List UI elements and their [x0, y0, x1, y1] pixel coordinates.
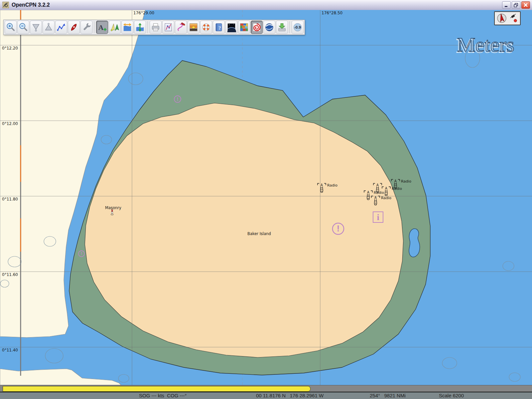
svg-text:?: ?: [218, 25, 221, 31]
user-guide-icon: ?: [214, 22, 224, 32]
lat-grid-label: 0°11.60: [2, 272, 18, 277]
auto-follow-icon: [69, 22, 79, 32]
currents-button[interactable]: [121, 21, 133, 34]
label-baker-island: Baker Island: [247, 231, 271, 236]
depth-contour: [101, 135, 112, 144]
svg-text:Meters: Meters: [457, 33, 514, 56]
window-title: OpenCPN 3.2.2: [12, 2, 50, 8]
night-sky-plugin-button[interactable]: [225, 21, 237, 34]
create-route-button[interactable]: [55, 21, 67, 34]
minimize-icon: [504, 3, 509, 7]
svg-text:!: !: [177, 96, 179, 102]
titlebar[interactable]: OpenCPN 3.2.2: [0, 0, 532, 10]
radio-tower-icon: A: [390, 179, 401, 189]
svg-text:A: A: [385, 187, 387, 190]
google-earth-button[interactable]: [263, 21, 275, 34]
svg-text:!: !: [81, 251, 82, 256]
depth-contour: [118, 374, 129, 382]
options-icon: [81, 22, 91, 32]
svg-text:A: A: [321, 183, 323, 187]
radio-station-label: Radio: [401, 179, 411, 184]
color-scheme-icon: [189, 22, 199, 32]
svg-text:A: A: [367, 191, 369, 194]
scale-chart-up-button[interactable]: [43, 21, 55, 34]
print-chart-button[interactable]: [150, 21, 162, 34]
user-guide-button[interactable]: ?: [213, 21, 225, 34]
gps-status-icon: [510, 14, 517, 22]
enc-text-icon: A: [97, 22, 107, 32]
restore-button[interactable]: [512, 1, 520, 9]
radio-station: ARadio: [370, 196, 391, 205]
zoom-in-button[interactable]: [5, 21, 17, 34]
auto-follow-button[interactable]: [68, 21, 80, 34]
restore-icon: [513, 3, 519, 7]
lat-grid-label: 0°11.80: [2, 197, 18, 201]
radio-station-label: Radio: [327, 183, 337, 188]
route-manager-button[interactable]: [162, 21, 174, 34]
svg-text:i: i: [377, 212, 379, 222]
watchdog-button[interactable]: -0.9: [292, 21, 304, 34]
help-lifering-icon: [201, 22, 211, 32]
depth-contour: [128, 73, 143, 85]
scale-chart-up-icon: [44, 22, 54, 32]
lat-grid-label: 0°12.20: [2, 46, 18, 51]
close-button[interactable]: [521, 1, 530, 9]
tides-button[interactable]: [134, 21, 146, 34]
depth-contour: [503, 261, 514, 271]
track-icon: [176, 22, 186, 32]
zoom-out-icon: [18, 22, 28, 32]
watchdog-icon: -0.9: [293, 22, 303, 32]
svg-text:A: A: [394, 179, 397, 183]
lat-grid-label: 0°12.00: [2, 121, 18, 126]
svg-text:-0.9: -0.9: [294, 25, 301, 29]
route-manager-icon: [163, 22, 173, 32]
night-sky-plugin-icon: [226, 22, 236, 32]
ais-targets-icon: [110, 22, 120, 32]
vdr-download-icon: [277, 22, 287, 32]
svg-text:A: A: [376, 183, 379, 187]
logbook-icon: [252, 22, 262, 32]
lon-grid-label: 176°29.00: [133, 11, 154, 15]
depth-units-watermark: Meters Meters: [456, 33, 514, 57]
radio-tower-icon: A: [381, 186, 391, 196]
toolbar-separator: [94, 21, 94, 33]
chart-selector-button[interactable]: [3, 386, 311, 392]
vdr-download-button[interactable]: [276, 21, 288, 34]
chart-boundary-line: [20, 10, 21, 376]
options-button[interactable]: [80, 21, 92, 34]
lon-grid-label: 176°28.50: [322, 11, 342, 15]
zoom-out-button[interactable]: [17, 21, 29, 34]
track-button[interactable]: [175, 21, 187, 34]
radio-station: ARadio: [390, 179, 411, 189]
toolbar-separator: [290, 21, 290, 33]
logbook-button[interactable]: [251, 21, 263, 34]
opencpn-window: OpenCPN 3.2.2: [0, 0, 532, 399]
ais-targets-button[interactable]: [109, 21, 121, 34]
chart-bar: [0, 385, 532, 392]
toolbar-separator: [148, 21, 148, 33]
compass-gps-widget[interactable]: [494, 11, 521, 25]
minimize-button[interactable]: [502, 1, 511, 9]
radio-tower-icon: A: [317, 183, 327, 193]
grib-weather-button[interactable]: [238, 21, 250, 34]
color-scheme-button[interactable]: [188, 21, 200, 34]
uncharted-area-south: [0, 369, 121, 385]
sog-cog-field: SOG --- kts COG ---°: [139, 393, 187, 398]
scale-chart-down-button[interactable]: [30, 21, 42, 34]
zoom-in-icon: [6, 22, 16, 32]
currents-icon: [122, 22, 132, 32]
depth-contour: [509, 373, 520, 381]
app-icon: [2, 2, 9, 8]
chart-canvas[interactable]: !!!i Meters Meters 0°12.200°12.000°11.80…: [0, 10, 532, 385]
help-lifering-button[interactable]: [200, 21, 212, 34]
window-controls: [502, 1, 530, 9]
cursor-position-field: 00 11.8176 N 176 28.2961 W: [256, 393, 324, 398]
bearing-range-field: 254° 9821 NMi: [370, 393, 406, 398]
status-bar: SOG --- kts COG ---° 00 11.8176 N 176 28…: [0, 392, 532, 399]
google-earth-icon: [264, 22, 274, 32]
depth-contour: [45, 348, 63, 363]
enc-text-button[interactable]: A: [96, 21, 108, 34]
close-icon: [523, 3, 528, 7]
lagoon-pond: [409, 229, 420, 257]
scale-field: Scale 6200: [439, 393, 464, 398]
